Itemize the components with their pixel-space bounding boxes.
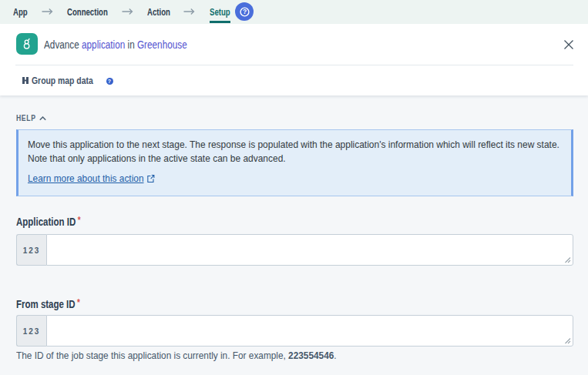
svg-text:?: ? xyxy=(242,8,246,15)
